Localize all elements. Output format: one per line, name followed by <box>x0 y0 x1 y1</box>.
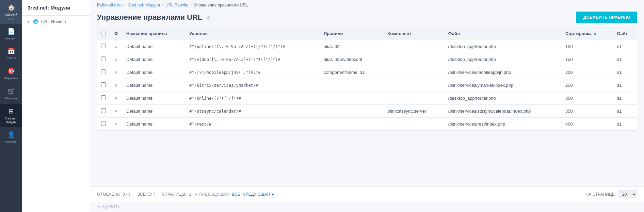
row-condition-1: #^/video([\.-0-9a-zA-Z]+)(/?)(["/]*)# <box>185 53 320 66</box>
footer-marked: ОТМЕЧЕНО: 0 / 7 <box>97 192 131 197</box>
row-checkbox-cell <box>97 66 110 79</box>
sidebar-label-content: Контент <box>5 37 17 40</box>
row-site-5: s1 <box>613 105 637 118</box>
sidebar-label-sites: Сайты <box>6 56 16 60</box>
sort-asc-icon: ▲ <box>593 31 597 36</box>
desktop-icon: 🏠 <box>7 3 15 12</box>
left-panel-item-url-rewrite[interactable]: ▶ 🌐 URL Rewrite <box>22 16 90 28</box>
row-file-3: /bitrix/services/ymarket/index.php <box>444 79 561 92</box>
row-component-4 <box>383 92 444 105</box>
favorite-star-icon[interactable]: ☆ <box>206 14 210 21</box>
row-checkbox-3[interactable] <box>101 82 106 87</box>
drag-cell-3: ≡ <box>110 79 122 92</box>
drag-handle-icon[interactable]: ≡ <box>115 109 117 114</box>
row-sort-1: 150 <box>561 53 613 66</box>
row-checkbox-5[interactable] <box>101 108 106 113</box>
sidebar-label-marketing: Маркетинг <box>4 77 19 80</box>
row-name-6: Default name <box>122 118 185 131</box>
row-name-4: Default name <box>122 92 185 105</box>
page-title-text: Управление правилами URL <box>97 13 202 22</box>
drag-handle-icon[interactable]: ≡ <box>115 44 117 49</box>
sidebar-item-desktop[interactable]: 🏠 Рабочий стол <box>0 0 22 24</box>
row-checkbox-4[interactable] <box>101 95 106 100</box>
row-checkbox-0[interactable] <box>101 44 106 48</box>
drag-handle-icon[interactable]: ≡ <box>115 121 117 127</box>
row-checkbox-cell <box>97 40 110 53</box>
add-rule-button[interactable]: ДОБАВИТЬ ПРАВИЛО <box>576 12 637 23</box>
row-file-6: /bitrix/services/rest/index.php <box>444 118 561 131</box>
drag-cell-5: ≡ <box>110 105 122 118</box>
drag-handle-icon[interactable]: ≡ <box>115 70 117 75</box>
col-name: Название правила <box>122 27 185 40</box>
modules-icon: ⊞ <box>7 107 15 115</box>
breadcrumb: Рабочий стол › 3red.net: Модули › URL Re… <box>90 0 644 10</box>
breadcrumb-desktop[interactable]: Рабочий стол <box>97 3 123 7</box>
row-rule-1: alias=$1&videoconf <box>320 53 383 66</box>
row-condition-2: #^\/?\/mobileapp/jnV( .*)V.*# <box>185 66 320 79</box>
drag-handle-icon[interactable]: ≡ <box>115 96 117 101</box>
settings-icon[interactable]: ⚙ <box>114 31 118 36</box>
sidebar-label-desktop: Рабочий стол <box>2 13 20 20</box>
col-sort[interactable]: Сортировка ▲ <box>561 27 613 40</box>
breadcrumb-url-rewrite[interactable]: URL Rewrite <box>165 3 189 7</box>
drag-cell-1: ≡ <box>110 53 122 66</box>
drag-cell-6: ≡ <box>110 118 122 131</box>
col-file: Файл <box>444 27 561 40</box>
table-row: ≡ Default name #^/online/([\.-0-9a-zA-Z]… <box>97 40 637 53</box>
table-container: ⚙ Название правила Условие Правило Компо… <box>90 27 644 186</box>
row-sort-3: 250 <box>561 79 613 92</box>
row-sort-2: 200 <box>561 66 613 79</box>
breadcrumb-modules[interactable]: 3red.net: Модули <box>128 3 160 7</box>
prev-page-button[interactable]: ◄ ПРЕДЫДУЩАЯ <box>194 192 229 197</box>
delete-button[interactable]: ✕ УДАЛИТЬ <box>97 205 120 209</box>
breadcrumb-sep-3: › <box>191 3 192 7</box>
sites-icon: 📅 <box>7 47 15 55</box>
sidebar-item-modules[interactable]: ⊞ 3red.net: Модули <box>0 104 22 128</box>
select-all-checkbox[interactable] <box>101 31 106 35</box>
sidebar-item-shop[interactable]: 🛒 Магазин <box>0 84 22 104</box>
row-site-6: s1 <box>613 118 637 131</box>
row-checkbox-cell <box>97 105 110 118</box>
col-rule: Правило <box>320 27 383 40</box>
col-checkbox <box>97 27 110 40</box>
row-checkbox-2[interactable] <box>101 69 106 74</box>
row-component-5: bitrix:stssync.server <box>383 105 444 118</box>
row-rule-4 <box>320 92 383 105</box>
row-checkbox-6[interactable] <box>101 121 106 126</box>
page-title: Управление правилами URL ☆ <box>97 13 210 22</box>
row-sort-0: 100 <box>561 40 613 53</box>
sidebar-item-clients[interactable]: 👤 Клиенты <box>0 127 22 147</box>
next-page-button[interactable]: СЛЕДУЮЩАЯ ► <box>243 192 275 197</box>
arrow-icon: ▶ <box>28 20 30 23</box>
row-name-1: Default name <box>122 53 185 66</box>
content-icon: 📄 <box>7 27 15 35</box>
table-row: ≡ Default name #^/rest/# /bitrix/service… <box>97 118 637 131</box>
per-page-select[interactable]: 20 50 100 <box>618 190 637 198</box>
row-component-3 <box>383 79 444 92</box>
sidebar-item-marketing[interactable]: 🎯 Маркетинг <box>0 64 22 84</box>
breadcrumb-sep-2: › <box>162 3 163 7</box>
row-rule-5 <box>320 105 383 118</box>
row-checkbox-cell <box>97 92 110 105</box>
sidebar-label-modules: 3red.net: Модули <box>2 117 20 124</box>
row-condition-5: #^/stssync/calendar/# <box>185 105 320 118</box>
row-site-0: s1 <box>613 40 637 53</box>
all-pages-link[interactable]: ВСЕ <box>232 192 240 197</box>
drag-handle-icon[interactable]: ≡ <box>115 57 117 62</box>
row-sort-5: 350 <box>561 105 613 118</box>
row-rule-0: alias=$1 <box>320 40 383 53</box>
row-name-5: Default name <box>122 105 185 118</box>
row-file-2: /bitrix/services/mobileapp/jn.php <box>444 66 561 79</box>
breadcrumb-current: Управление правилами URL <box>194 3 248 7</box>
table-row: ≡ Default name #^/online/(?)(["/]*)# /de… <box>97 92 637 105</box>
row-component-0 <box>383 40 444 53</box>
page-header: Управление правилами URL ☆ ДОБАВИТЬ ПРАВ… <box>90 10 644 27</box>
row-condition-6: #^/rest/# <box>185 118 320 131</box>
sidebar-item-sites[interactable]: 📅 Сайты <box>0 44 22 64</box>
row-name-3: Default name <box>122 79 185 92</box>
row-site-4: s1 <box>613 92 637 105</box>
sidebar-item-content[interactable]: 📄 Контент <box>0 24 22 44</box>
row-checkbox-1[interactable] <box>101 56 106 61</box>
drag-handle-icon[interactable]: ≡ <box>115 83 117 88</box>
main-content: Рабочий стол › 3red.net: Модули › URL Re… <box>90 0 644 212</box>
